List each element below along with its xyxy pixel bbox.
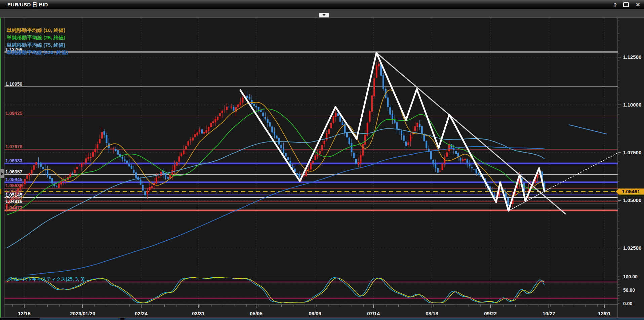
date-axis-label: 12/01: [598, 311, 611, 316]
legend-sma200: 単純移動平均線 (200, 終値): [7, 49, 68, 56]
pane-handle[interactable]: [0, 169, 4, 178]
date-axis-label: 03/31: [192, 311, 205, 316]
price-axis-label: 1.05000: [623, 197, 641, 203]
window-left-edge: [0, 17, 1, 318]
price-level-label: 1.04816: [5, 199, 23, 204]
date-axis-label: 10/27: [542, 311, 555, 316]
price-level-label: 1.06357: [5, 169, 23, 174]
stochastics-legend: スローストキャスティクス(25, 3, 3): [8, 276, 85, 282]
price-level-label: 1.10950: [5, 81, 23, 87]
bottom-scrollbar[interactable]: [0, 318, 644, 320]
current-price-badge-label: 1.05461: [622, 189, 640, 194]
date-axis-label: 02/24: [135, 311, 148, 316]
legend-sma75: 単純移動平均線 (75, 終値): [7, 41, 68, 49]
price-level-label: 1.05638: [5, 183, 23, 188]
price-level-label: 1.07678: [5, 144, 23, 149]
price-level-label: 1.09425: [5, 111, 23, 116]
legend-sma25: 単純移動平均線 (25, 終値): [7, 34, 68, 41]
price-axis-label: 1.10000: [623, 102, 641, 108]
arrow-right-icon: [1, 172, 3, 175]
price-level-label: 1.05945: [5, 177, 23, 182]
date-axis-label: 06/09: [309, 311, 321, 316]
current-price-left-tick: [0, 189, 1, 194]
date-axis-label: 09/22: [484, 311, 497, 316]
price-axis-label: 1.02500: [623, 245, 641, 251]
price-level-label: 1.04472: [5, 205, 23, 210]
price-level-label: 1.06933: [5, 158, 23, 163]
chart-window: EUR/USD 日 BID ? ✕ 1.125001.100001.075001…: [0, 0, 644, 320]
date-axis-label: 08/18: [426, 311, 438, 316]
scrollbar-segment[interactable]: [124, 318, 644, 320]
stoch-axis-label: 100.00: [623, 274, 638, 279]
legend-sma10: 単純移動平均線 (10, 終値): [7, 27, 68, 34]
ma-legend: 単純移動平均線 (10, 終値) 単純移動平均線 (25, 終値) 単純移動平均…: [7, 27, 68, 56]
date-axis-label: 07/14: [367, 311, 380, 316]
date-axis-label: 05/05: [250, 311, 263, 316]
stoch-axis-label: 50.00: [623, 287, 635, 293]
date-axis-label: 2023/01/20: [70, 311, 95, 316]
price-axis-label: 1.07500: [623, 150, 641, 155]
date-axis-label: 12/16: [18, 311, 31, 316]
price-axis-label: 1.12500: [623, 54, 641, 60]
scrollbar-segment[interactable]: [40, 318, 120, 320]
stoch-axis-label: 0.00: [623, 301, 632, 306]
